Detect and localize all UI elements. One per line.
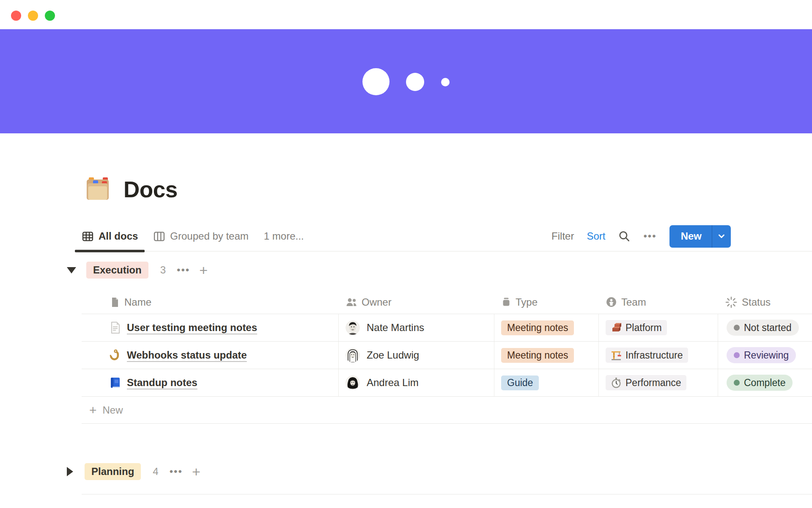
team-badge[interactable]: Infrastructure — [606, 348, 688, 363]
column-label: Type — [516, 296, 538, 308]
group-badge-execution[interactable]: Execution — [86, 262, 148, 279]
view-tabs: All docs Grouped by team 1 more... — [82, 221, 304, 251]
type-badge: Meeting notes — [501, 348, 574, 363]
doc-link[interactable]: Standup notes — [127, 377, 198, 389]
owner-name: Zoe Ludwig — [367, 349, 419, 361]
status-badge[interactable]: Reviewing — [727, 347, 796, 363]
board-icon — [153, 230, 165, 243]
table-row: User testing meeting notes Nate Martins — [82, 314, 812, 342]
page-title[interactable]: Docs — [123, 177, 178, 202]
cover-decoration-circle-large — [362, 68, 390, 95]
cell-status[interactable]: Not started — [718, 314, 812, 341]
cell-name: User testing meeting notes — [82, 314, 339, 341]
status-dot — [734, 325, 740, 331]
people-icon — [346, 297, 357, 308]
owner-name: Andrea Lim — [367, 377, 419, 389]
cell-owner[interactable]: Zoe Ludwig — [339, 342, 494, 369]
minimize-window-button[interactable] — [28, 11, 38, 21]
chevron-down-icon[interactable] — [712, 225, 731, 248]
hook-icon — [109, 349, 121, 362]
status-spinner-icon — [725, 296, 738, 309]
tab-more-views[interactable]: 1 more... — [264, 221, 304, 251]
group-add-icon[interactable]: + — [192, 464, 200, 479]
status-label: Reviewing — [744, 350, 789, 361]
page-cover-banner[interactable] — [0, 29, 812, 133]
more-options-icon[interactable]: ••• — [643, 230, 656, 242]
cell-name: Webhooks status update — [82, 342, 339, 369]
cell-type[interactable]: Meeting notes — [494, 342, 599, 369]
zoe-avatar — [346, 348, 360, 362]
group-more-icon[interactable]: ••• — [177, 264, 190, 276]
column-label: Status — [742, 296, 771, 308]
table-header-row: Name Owner — [82, 290, 812, 314]
brick-icon — [611, 322, 622, 333]
team-badge[interactable]: Performance — [606, 375, 686, 390]
group-more-icon[interactable]: ••• — [170, 466, 183, 478]
status-label: Complete — [744, 377, 785, 389]
table-row: Standup notes Andrea Lim — [82, 369, 812, 397]
column-header-owner[interactable]: Owner — [339, 290, 494, 314]
tab-label: All docs — [99, 230, 138, 242]
cell-owner[interactable]: Nate Martins — [339, 314, 494, 341]
zoom-window-button[interactable] — [45, 11, 55, 21]
nate-avatar — [346, 320, 360, 335]
status-badge[interactable]: Not started — [727, 320, 799, 336]
status-badge[interactable]: Complete — [727, 375, 793, 391]
cell-type[interactable]: Guide — [494, 369, 599, 396]
cell-name: Standup notes — [82, 369, 339, 396]
page-facing-up-icon — [109, 321, 121, 334]
column-header-type[interactable]: Type — [494, 290, 599, 314]
cell-team[interactable]: Platform — [599, 314, 718, 341]
plus-icon: + — [89, 404, 97, 417]
table-icon — [82, 230, 94, 243]
group-header-planning: Planning 4 ••• + — [67, 462, 200, 481]
table-row: Webhooks status update Zoe Ludwig — [82, 342, 812, 369]
stopwatch-icon — [611, 377, 622, 388]
cell-owner[interactable]: Andrea Lim — [339, 369, 494, 396]
group-header-execution: Execution 3 ••• + — [67, 261, 208, 279]
planning-group-divider — [82, 494, 812, 494]
column-header-team[interactable]: Team — [599, 290, 718, 314]
cover-decoration-circle-medium — [406, 73, 424, 91]
column-label: Team — [621, 296, 646, 308]
person-circle-icon — [606, 296, 617, 308]
team-label: Platform — [625, 322, 662, 334]
view-actions: Filter Sort ••• New — [551, 225, 731, 248]
column-header-status[interactable]: Status — [718, 290, 812, 314]
column-header-name[interactable]: Name — [82, 290, 339, 314]
cell-status[interactable]: Reviewing — [718, 342, 812, 369]
status-label: Not started — [744, 322, 792, 334]
tab-label: Grouped by team — [170, 230, 248, 242]
cell-team[interactable]: Performance — [599, 369, 718, 396]
expand-toggle-icon[interactable] — [67, 467, 73, 476]
sort-button[interactable]: Sort — [587, 230, 605, 242]
group-count: 4 — [153, 466, 158, 478]
search-icon[interactable] — [618, 230, 631, 243]
cell-team[interactable]: Infrastructure — [599, 342, 718, 369]
tab-grouped-by-team[interactable]: Grouped by team — [153, 221, 248, 251]
new-button-label[interactable]: New — [669, 225, 712, 248]
cell-type[interactable]: Meeting notes — [494, 314, 599, 341]
doc-link[interactable]: User testing meeting notes — [127, 322, 257, 334]
building-construction-icon — [611, 350, 622, 361]
collapse-toggle-icon[interactable] — [67, 267, 76, 273]
type-badge: Meeting notes — [501, 320, 574, 335]
doc-link[interactable]: Webhooks status update — [127, 349, 247, 361]
team-badge[interactable]: Platform — [606, 320, 667, 335]
tab-all-docs[interactable]: All docs — [82, 221, 138, 251]
cell-status[interactable]: Complete — [718, 369, 812, 396]
group-badge-planning[interactable]: Planning — [85, 463, 141, 480]
status-dot — [734, 380, 740, 386]
filter-button[interactable]: Filter — [551, 230, 574, 242]
add-new-row-button[interactable]: + New — [82, 397, 812, 424]
select-icon — [501, 297, 511, 307]
close-window-button[interactable] — [11, 11, 21, 21]
group-count: 3 — [160, 264, 166, 276]
new-button[interactable]: New — [669, 225, 731, 248]
page-title-row: Docs — [84, 174, 178, 205]
column-label: Name — [124, 296, 151, 308]
group-add-icon[interactable]: + — [199, 263, 208, 277]
tab-label: 1 more... — [264, 230, 304, 242]
column-label: Owner — [362, 296, 392, 308]
card-index-dividers-icon[interactable] — [84, 175, 112, 203]
